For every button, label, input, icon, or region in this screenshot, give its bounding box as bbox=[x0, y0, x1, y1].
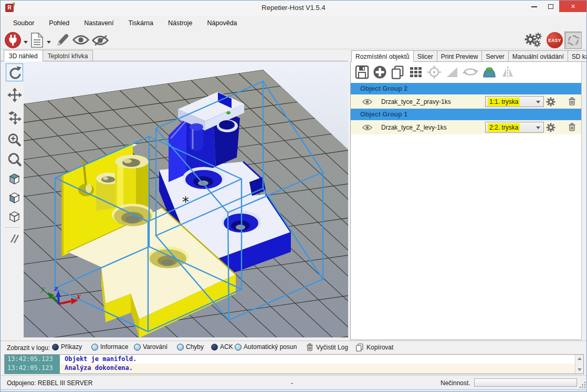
toggle-ball-icon bbox=[52, 344, 59, 351]
edit-gcode-button[interactable] bbox=[55, 32, 70, 49]
log-message: Objekt je manifold. bbox=[60, 355, 575, 364]
progress-bar bbox=[474, 378, 577, 387]
minimize-icon bbox=[531, 5, 537, 7]
toggle-commands[interactable]: Příkazy bbox=[52, 343, 82, 351]
toggle-ball-icon bbox=[91, 344, 98, 351]
toggle-autoscroll[interactable]: Automatický posun bbox=[235, 343, 297, 351]
rotate-object-icon[interactable] bbox=[463, 65, 478, 79]
hide-filament-button[interactable] bbox=[92, 35, 110, 48]
tab-print-preview[interactable]: Print Preview bbox=[437, 50, 483, 62]
window-bottom-border bbox=[1, 389, 586, 392]
object-row[interactable]: Drzak_tyce_Z_pravy-1ks 1:1. tryska bbox=[351, 94, 581, 109]
view-tool-column bbox=[1, 61, 24, 340]
tab-slicer[interactable]: Slicer bbox=[414, 50, 437, 62]
copy-log-label: Kopírovat bbox=[366, 344, 393, 351]
fit-view-icon bbox=[7, 152, 22, 167]
log-message: Analýza dokončena. bbox=[60, 364, 575, 373]
visibility-eye-icon[interactable] bbox=[362, 99, 372, 107]
activity-status: Nečinnost. bbox=[441, 379, 470, 387]
viewport-3d[interactable]: * x y z bbox=[24, 61, 348, 337]
scroll-up-icon[interactable] bbox=[578, 357, 582, 360]
menu-soubor[interactable]: Soubor bbox=[6, 16, 41, 30]
resize-grip[interactable] bbox=[579, 382, 586, 389]
move-object-button[interactable] bbox=[6, 109, 23, 126]
toggle-warnings[interactable]: Varování bbox=[134, 343, 167, 351]
copy-object-icon[interactable] bbox=[391, 65, 405, 79]
log-timestamp: 13:42:05.123 bbox=[5, 355, 60, 364]
menu-nastaveni[interactable]: Nastavení bbox=[77, 16, 121, 30]
zoom-button[interactable] bbox=[6, 131, 23, 149]
menu-tiskarna[interactable]: Tiskárna bbox=[121, 16, 161, 30]
emergency-stop-button[interactable] bbox=[564, 31, 582, 49]
extruder-select[interactable]: 1:1. tryska bbox=[485, 96, 544, 107]
object-name: Drzak_tyce_Z_pravy-1ks bbox=[381, 98, 451, 105]
tab-3d-preview[interactable]: 3D náhled bbox=[4, 50, 43, 61]
object-list: Object Group 2 Drzak_tyce_Z_pravy-1ks 1:… bbox=[351, 83, 581, 134]
log-output[interactable]: 13:42:05.123 13:42:05.123 Objekt je mani… bbox=[4, 354, 584, 374]
object-group-header[interactable]: Object Group 2 bbox=[351, 83, 581, 94]
load-button[interactable] bbox=[30, 32, 45, 50]
isometric-view-button[interactable] bbox=[6, 169, 23, 187]
delete-object-button[interactable] bbox=[568, 123, 576, 133]
toggle-ack[interactable]: ACK bbox=[211, 343, 233, 351]
object-settings-button[interactable] bbox=[546, 123, 555, 134]
center-object-icon[interactable] bbox=[427, 65, 442, 79]
title-bar: R Repetier-Host V1.5.4 × bbox=[1, 1, 586, 16]
menu-pohled[interactable]: Pohled bbox=[41, 16, 77, 30]
rotate-view-button[interactable] bbox=[6, 63, 23, 81]
printer-settings-button[interactable] bbox=[525, 33, 546, 50]
fit-view-button[interactable] bbox=[6, 151, 23, 168]
object-row[interactable]: Drzak_tyce_Z_levy-1ks 2:2. tryska bbox=[351, 120, 581, 134]
menu-napoveda[interactable]: Nápověda bbox=[200, 16, 245, 30]
extruder-select[interactable]: 2:2. tryska bbox=[485, 122, 544, 133]
perspective-view-button[interactable] bbox=[6, 207, 23, 225]
show-travel-button[interactable] bbox=[72, 35, 89, 47]
parallel-projection-icon bbox=[7, 231, 22, 246]
tab-server[interactable]: Server bbox=[482, 50, 508, 62]
scale-object-icon[interactable] bbox=[445, 65, 459, 79]
autoposition-icon[interactable] bbox=[408, 65, 423, 79]
tab-temp-curve[interactable]: Teplotní křivka bbox=[43, 50, 93, 61]
visibility-eye-icon[interactable] bbox=[362, 124, 372, 132]
mirror-object-icon[interactable] bbox=[500, 65, 515, 79]
add-object-icon[interactable] bbox=[373, 65, 387, 79]
rotate-view-icon bbox=[7, 66, 22, 80]
front-view-button[interactable] bbox=[6, 188, 23, 206]
easy-mode-button[interactable]: EASY bbox=[547, 32, 563, 48]
connect-dropdown[interactable] bbox=[24, 38, 28, 45]
tab-sd-card[interactable]: SD karta bbox=[568, 50, 587, 62]
cut-object-icon[interactable] bbox=[482, 65, 497, 79]
clear-log-label: Vyčistit Log bbox=[316, 344, 348, 351]
scroll-down-icon[interactable] bbox=[578, 368, 582, 371]
right-panel-tabs: Rozmístění objektů Slicer Print Preview … bbox=[351, 50, 587, 62]
toggle-ball-icon bbox=[177, 344, 184, 351]
toggle-errors[interactable]: Chyby bbox=[177, 343, 204, 351]
connect-button[interactable] bbox=[5, 32, 21, 50]
copy-icon bbox=[355, 343, 364, 352]
parallel-projection-button[interactable] bbox=[6, 229, 23, 247]
object-name: Drzak_tyce_Z_levy-1ks bbox=[381, 124, 447, 131]
toggle-label: Automatický posun bbox=[244, 343, 297, 351]
toggle-label: Chyby bbox=[186, 343, 204, 351]
menu-nastroje[interactable]: Nástroje bbox=[161, 16, 200, 30]
show-eye-icon bbox=[72, 35, 89, 45]
object-group-header[interactable]: Object Group 1 bbox=[351, 109, 581, 120]
minimize-button[interactable] bbox=[526, 1, 542, 12]
delete-object-button[interactable] bbox=[568, 97, 576, 108]
close-button[interactable]: × bbox=[559, 1, 587, 12]
object-settings-button[interactable] bbox=[546, 97, 555, 108]
pan-view-button[interactable] bbox=[6, 86, 23, 104]
log-scrollbar[interactable] bbox=[575, 355, 583, 374]
object-toolbar bbox=[355, 65, 515, 79]
maximize-button[interactable] bbox=[542, 1, 559, 12]
toggle-ball-icon bbox=[235, 344, 242, 351]
tab-object-placement[interactable]: Rozmístění objektů bbox=[351, 50, 414, 62]
extruder-value: 1:1. tryska bbox=[488, 98, 520, 106]
load-dropdown[interactable] bbox=[47, 38, 51, 45]
object-placement-panel: Object Group 2 Drzak_tyce_Z_pravy-1ks 1:… bbox=[350, 61, 581, 340]
toggle-info[interactable]: Informace bbox=[91, 343, 128, 351]
clear-log-button[interactable]: Vyčistit Log bbox=[306, 343, 348, 352]
copy-log-button[interactable]: Kopírovat bbox=[355, 343, 393, 352]
tab-manual-control[interactable]: Manuální ovládání bbox=[509, 50, 568, 62]
save-icon[interactable] bbox=[355, 65, 369, 79]
